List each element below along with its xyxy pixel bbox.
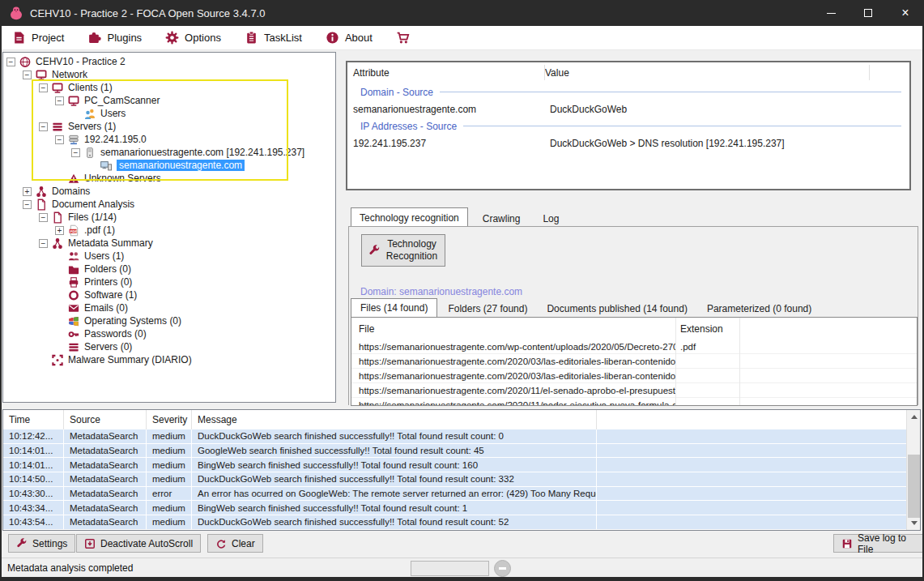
extension-column-header[interactable]: Extension xyxy=(675,323,723,335)
tree-node-metadata-summary[interactable]: −Metadata Summary xyxy=(3,237,335,250)
tree-node-emails-0[interactable]: Emails (0) xyxy=(3,301,335,314)
tree-node-label[interactable]: 192.241.195.0 xyxy=(84,134,147,145)
collapse-icon[interactable]: − xyxy=(39,213,48,222)
subtab-documents-published[interactable]: Documents published (14 found) xyxy=(538,300,696,317)
collapse-icon[interactable]: − xyxy=(39,239,48,248)
tree-node-label[interactable]: semanarionuestragente.com [192.241.195.2… xyxy=(100,147,304,158)
tree-node-folders-0[interactable]: Folders (0) xyxy=(3,263,335,276)
minimize-button[interactable] xyxy=(812,0,849,26)
scroll-down-arrow-icon[interactable] xyxy=(907,516,921,530)
maximize-button[interactable] xyxy=(849,0,887,26)
tree-node-label[interactable]: Users (1) xyxy=(84,250,124,262)
tree-node-cehv10-practice-2[interactable]: −CEHV10 - Practice 2 xyxy=(3,55,335,68)
tree-node-label[interactable]: Domains xyxy=(52,186,90,197)
log-row[interactable]: 10:43:34...MetadataSearchmediumBingWeb s… xyxy=(3,501,906,515)
tree-node-label[interactable]: Operating Systems (0) xyxy=(84,315,181,327)
tree-node-label[interactable]: .pdf (1) xyxy=(84,224,115,236)
tree-node-label[interactable]: Document Analysis xyxy=(52,199,134,210)
tree-node-users[interactable]: Users xyxy=(3,107,335,120)
subtab-parameterized[interactable]: Parameterized (0 found) xyxy=(698,300,820,317)
tree-node-printers-0[interactable]: Printers (0) xyxy=(3,276,335,288)
save-log-button[interactable]: Save log to File xyxy=(833,534,924,553)
tree-node-label[interactable]: Folders (0) xyxy=(84,263,131,275)
file-row[interactable]: https://semanarionuestragente.com/2020/0… xyxy=(351,354,917,369)
collapse-icon[interactable]: − xyxy=(39,122,48,131)
file-row[interactable]: https://semanarionuestragente.com/2020/0… xyxy=(351,369,917,383)
toolbar-about-button[interactable]: About xyxy=(326,31,373,45)
file-row[interactable]: https://semanarionuestragente.com/2020/1… xyxy=(351,383,917,398)
toolbar-tasklist-button[interactable]: TaskList xyxy=(245,31,302,45)
stop-button[interactable] xyxy=(494,560,511,577)
tree-node-users-1[interactable]: Users (1) xyxy=(3,250,335,263)
tree-node-servers-1[interactable]: −Servers (1) xyxy=(3,120,335,133)
log-row[interactable]: 10:43:54...MetadataSearchmediumDuckDuckG… xyxy=(3,515,906,530)
tree-node-label[interactable]: Users xyxy=(100,108,126,119)
tree-node-semanarionuestragente-com[interactable]: semanarionuestragente.com xyxy=(3,159,335,172)
collapse-icon[interactable]: − xyxy=(71,148,80,157)
tree-node-domains[interactable]: +Domains xyxy=(3,185,335,198)
time-column-header[interactable]: Time xyxy=(3,410,64,429)
tree-node-label[interactable]: Passwords (0) xyxy=(84,328,147,340)
tab-technology-recognition[interactable]: Technology recognition xyxy=(351,207,468,227)
tree-node-label[interactable]: Clients (1) xyxy=(68,82,113,93)
tree-node-label[interactable]: Malware Summary (DIARIO) xyxy=(68,354,192,365)
tree-node-malware-summary-diario[interactable]: Malware Summary (DIARIO) xyxy=(3,353,335,366)
log-row[interactable]: 10:14:01...MetadataSearchmediumGoogleWeb… xyxy=(3,444,906,459)
tree-node-label[interactable]: Files (1/14) xyxy=(68,211,117,223)
tree-node-label[interactable]: Emails (0) xyxy=(84,302,128,314)
toolbar-options-button[interactable]: Options xyxy=(165,31,221,45)
close-button[interactable]: × xyxy=(887,0,924,26)
tree-node-unknown-servers[interactable]: Unknown Servers xyxy=(3,172,335,185)
collapse-icon[interactable]: − xyxy=(55,135,64,144)
tree-node-pdf-1[interactable]: +.pdf (1) xyxy=(3,224,335,237)
tree-node-label[interactable]: Servers (1) xyxy=(68,121,116,132)
subtab-files[interactable]: Files (14 found) xyxy=(351,298,437,317)
clear-button[interactable]: Clear xyxy=(207,534,263,553)
tree-node-software-1[interactable]: Software (1) xyxy=(3,288,335,301)
tree-node-label[interactable]: Metadata Summary xyxy=(68,237,153,249)
expand-icon[interactable]: + xyxy=(23,187,32,196)
attribute-column-header[interactable]: Attribute xyxy=(347,67,545,79)
toolbar-plugins-button[interactable]: Plugins xyxy=(87,31,142,45)
tree-node-label[interactable]: Printers (0) xyxy=(84,276,132,288)
domain-link[interactable]: Domain: semanarionuestragente.com xyxy=(360,286,522,297)
log-row[interactable]: 10:14:50...MetadataSearchmediumDuckDuckG… xyxy=(3,472,906,487)
toolbar-project-button[interactable]: Project xyxy=(12,31,64,45)
collapse-icon[interactable]: − xyxy=(23,200,32,209)
scroll-up-arrow-icon[interactable] xyxy=(907,410,921,424)
tree-node-document-analysis[interactable]: −Document Analysis xyxy=(3,198,335,211)
log-row[interactable]: 10:43:30...MetadataSearcherrorAn error h… xyxy=(3,487,906,502)
log-row[interactable]: 10:14:01...MetadataSearchmediumBingWeb s… xyxy=(3,458,906,472)
tree-node-files-1-14[interactable]: −Files (1/14) xyxy=(3,211,335,224)
attribute-row[interactable]: 192.241.195.237DuckDuckGoWeb > DNS resol… xyxy=(347,135,909,152)
source-column-header[interactable]: Source xyxy=(64,410,147,429)
collapse-icon[interactable]: − xyxy=(23,70,32,79)
tree-node-label[interactable]: Unknown Servers xyxy=(84,173,161,184)
file-row[interactable]: https://semanarionuestragente.com/wp-con… xyxy=(351,340,917,354)
tree-node-servers-0[interactable]: Servers (0) xyxy=(3,340,335,353)
tree-node-label[interactable]: Network xyxy=(52,69,87,80)
tree-node-semanarionuestragente-com-192-241-195-23[interactable]: −semanarionuestragente.com [192.241.195.… xyxy=(3,146,335,159)
tree-node-label[interactable]: semanarionuestragente.com xyxy=(117,160,245,171)
value-column-header[interactable]: Value xyxy=(545,67,569,79)
tree-node-192-241-195-0[interactable]: −192.241.195.0 xyxy=(3,133,335,146)
message-column-header[interactable]: Message xyxy=(192,410,597,429)
file-column-header[interactable]: File xyxy=(351,323,675,335)
tree-node-label[interactable]: CEHV10 - Practice 2 xyxy=(36,56,126,67)
tree-node-network[interactable]: −Network xyxy=(3,68,335,81)
deactivate-autoscroll-button[interactable]: Deactivate AutoScroll xyxy=(76,534,201,553)
tree-node-operating-systems-0[interactable]: Operating Systems (0) xyxy=(3,314,335,327)
tree-node-label[interactable]: Software (1) xyxy=(84,289,137,301)
severity-column-header[interactable]: Severity xyxy=(147,410,192,429)
tree-node-pc-camscanner[interactable]: −PC_CamScanner xyxy=(3,94,335,107)
log-scrollbar[interactable] xyxy=(906,410,920,530)
tree-node-label[interactable]: Servers (0) xyxy=(84,341,132,352)
tree-node-clients-1[interactable]: −Clients (1) xyxy=(3,81,335,94)
tab-log[interactable]: Log xyxy=(534,210,567,227)
expand-icon[interactable]: + xyxy=(55,226,64,235)
collapse-icon[interactable]: − xyxy=(55,96,64,105)
technology-recognition-button[interactable]: Technology Recognition xyxy=(361,234,445,267)
log-row[interactable]: 10:12:42...MetadataSearchmediumDuckDuckG… xyxy=(3,429,906,444)
collapse-icon[interactable]: − xyxy=(6,58,15,66)
subtab-folders[interactable]: Folders (27 found) xyxy=(439,300,536,317)
